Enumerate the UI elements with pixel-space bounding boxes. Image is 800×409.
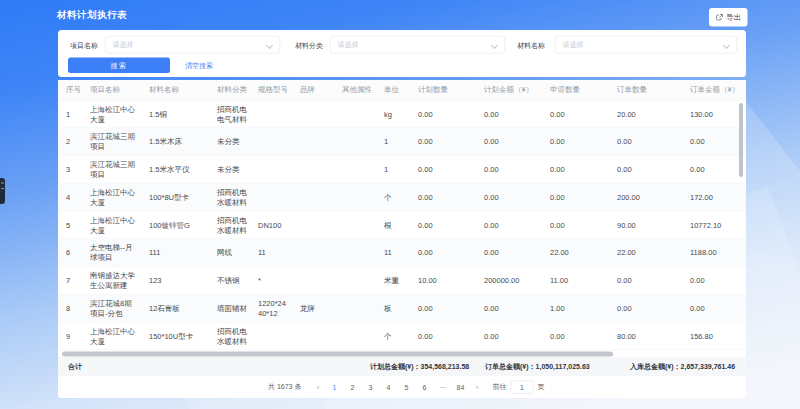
table-cell: 南钢盛达大学生公寓新建 — [82, 267, 141, 295]
export-button[interactable]: 导出 — [709, 8, 748, 27]
table-cell: 1 — [376, 128, 410, 156]
table-cell: 0.00 — [476, 128, 542, 156]
table-cell — [334, 239, 376, 267]
collapsed-drawer-handle[interactable] — [0, 178, 5, 204]
table-row: 8滨江花城8期项目-分包12石膏板墙面辅材1220*2440*12龙牌板0.00… — [58, 294, 746, 322]
table-cell: 招商机电水暖材料 — [209, 183, 250, 211]
select-placeholder: 请选择 — [113, 40, 134, 49]
table-cell: 1.5米木床 — [141, 128, 209, 156]
data-table-panel: 序号项目名称材料名称材料分类规格型号品牌其他属性单位计划数量计划金额（¥）申请数… — [58, 80, 746, 398]
page-button-4[interactable]: 4 — [379, 383, 397, 391]
table-cell: 0.00 — [682, 128, 746, 156]
table-cell: 板 — [376, 294, 410, 322]
page-button-3[interactable]: 3 — [361, 383, 379, 391]
table-cell: 6 — [58, 239, 82, 267]
page-button-2[interactable]: 2 — [343, 383, 361, 391]
table-cell — [334, 211, 376, 239]
pagination-bar: 共 1673 条 ‹ 123456···84 › 前往 1 页 — [58, 376, 746, 398]
table-cell: 个 — [376, 322, 410, 350]
horizontal-scrollbar-thumb[interactable] — [62, 352, 613, 357]
column-header: 计划金额（¥） — [476, 80, 542, 100]
table-cell: 9 — [58, 322, 82, 350]
total-count: 共 1673 条 — [268, 383, 301, 392]
table-cell: 滨江花城三期项目 — [82, 128, 141, 156]
table-cell: 0.00 — [609, 128, 682, 156]
table-cell: 11.00 — [542, 267, 609, 295]
table-cell: 0.00 — [410, 294, 476, 322]
table-cell: 0.00 — [609, 156, 682, 184]
table-cell: 0.00 — [542, 183, 609, 211]
page-title: 材料计划执行表 — [57, 9, 127, 22]
column-header: 计划数量 — [410, 80, 476, 100]
table-cell: 111 — [141, 239, 209, 267]
chevron-down-icon — [492, 42, 498, 48]
chevron-down-icon — [724, 42, 730, 48]
table-cell — [292, 183, 334, 211]
table-cell — [250, 156, 292, 184]
table-cell: 0.00 — [410, 128, 476, 156]
table-cell: 0.00 — [609, 294, 682, 322]
export-label: 导出 — [726, 13, 741, 23]
filter-select-1[interactable]: 请选择 — [330, 36, 505, 54]
table-cell: 龙牌 — [292, 294, 334, 322]
table-cell: 上海松江中心大厦 — [82, 211, 141, 239]
material-plan-table: 序号项目名称材料名称材料分类规格型号品牌其他属性单位计划数量计划金额（¥）申请数… — [58, 80, 746, 350]
filter-select-0[interactable]: 请选择 — [105, 36, 280, 54]
table-cell: 招商机电水暖材料 — [209, 322, 250, 350]
table-cell: 0.00 — [410, 211, 476, 239]
page-button-6[interactable]: 6 — [415, 383, 433, 391]
table-cell: 123 — [141, 267, 209, 295]
table-cell: 0.00 — [609, 267, 682, 295]
table-cell: 156.80 — [682, 322, 746, 350]
column-header: 材料分类 — [209, 80, 250, 100]
table-cell — [334, 294, 376, 322]
table-cell: 太空电梯--月球项目 — [82, 239, 141, 267]
filter-label-2: 材料名称 — [517, 41, 545, 50]
table-cell: 0.00 — [682, 267, 746, 295]
table-cell: 0.00 — [476, 322, 542, 350]
next-page-button[interactable]: › — [469, 383, 484, 392]
page-button-1[interactable]: 1 — [325, 383, 343, 391]
table-cell: 22.00 — [609, 239, 682, 267]
column-header: 序号 — [58, 80, 82, 100]
table-cell — [292, 211, 334, 239]
table-cell: 未分类 — [209, 128, 250, 156]
table-cell: 米重 — [376, 267, 410, 295]
table-cell: 12石膏板 — [141, 294, 209, 322]
table-cell: 1.5米水平仪 — [141, 156, 209, 184]
table-cell: 不锈钢 — [209, 267, 250, 295]
page-button-84[interactable]: 84 — [451, 383, 469, 391]
table-cell: 1188.00 — [682, 239, 746, 267]
goto-page-input[interactable]: 1 — [510, 381, 533, 394]
clear-search-link[interactable]: 清空搜索 — [185, 61, 213, 70]
table-cell: 0.00 — [476, 239, 542, 267]
goto-label: 前往 — [492, 383, 506, 392]
table-cell — [250, 128, 292, 156]
plan-total-amount: 计划总金额(¥)：354,568,213.58 — [370, 363, 469, 372]
table-cell: 200.00 — [609, 183, 682, 211]
search-button[interactable]: 搜索 — [68, 58, 170, 74]
prev-page-button[interactable]: ‹ — [310, 383, 325, 392]
table-cell: 11 — [376, 239, 410, 267]
table-cell: 1 — [376, 156, 410, 184]
table-cell: 0.00 — [476, 211, 542, 239]
filter-select-2[interactable]: 请选择 — [555, 36, 737, 54]
column-header: 品牌 — [292, 80, 334, 100]
filter-label-0: 项目名称 — [70, 41, 98, 50]
table-cell: DN100 — [250, 211, 292, 239]
table-cell: 0.00 — [682, 294, 746, 322]
table-cell: 100镀锌管G — [141, 211, 209, 239]
table-cell: 0.00 — [410, 100, 476, 128]
table-cell: 20.00 — [609, 100, 682, 128]
table-cell — [292, 128, 334, 156]
table-cell: 0.00 — [542, 211, 609, 239]
column-header: 申请数量 — [542, 80, 609, 100]
vertical-scrollbar-thumb[interactable] — [739, 103, 743, 177]
table-cell — [250, 100, 292, 128]
page-button-5[interactable]: 5 — [397, 383, 415, 391]
page-ellipsis[interactable]: ··· — [433, 383, 451, 391]
table-cell: 0.00 — [410, 322, 476, 350]
column-header: 其他属性 — [334, 80, 376, 100]
table-cell — [334, 183, 376, 211]
export-icon — [715, 13, 723, 21]
